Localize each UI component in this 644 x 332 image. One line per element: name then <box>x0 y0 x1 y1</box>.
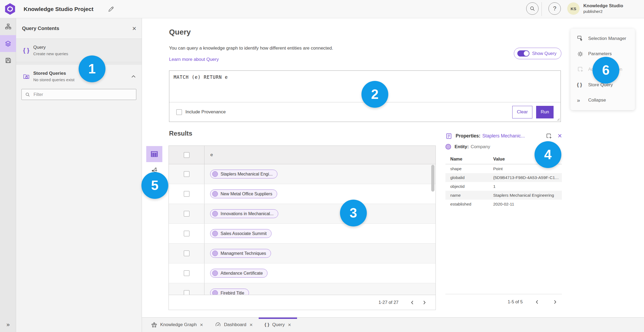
row-checkbox[interactable] <box>184 171 189 177</box>
link-chart-icon <box>5 23 12 30</box>
add-to-selection-icon <box>577 66 585 73</box>
user-avatar[interactable]: KS <box>567 2 580 15</box>
topbar-divider <box>541 2 542 16</box>
contents-rail-button[interactable] <box>0 35 16 52</box>
show-query-toggle[interactable]: Show Query <box>514 48 561 59</box>
annotation-1: 1 <box>79 55 105 82</box>
edit-title-icon[interactable] <box>108 6 114 12</box>
table-row: New Metal Office Suppliers <box>169 184 436 204</box>
panel-close-icon[interactable]: × <box>132 25 136 32</box>
braces-icon: { } <box>577 82 585 88</box>
entity-chip-label: Firebird Title <box>221 291 244 295</box>
close-tab-icon[interactable]: × <box>288 322 291 327</box>
learn-more-link[interactable]: Learn more about Query <box>169 57 219 62</box>
search-icon <box>529 6 535 12</box>
properties-pagination-text: 1-5 of 5 <box>508 299 523 304</box>
entity-type-dot-icon <box>445 144 451 150</box>
table-scrollbar[interactable] <box>431 165 434 192</box>
annotation-3: 3 <box>340 200 367 226</box>
tab-knowledge-graph[interactable]: Knowledge Graph × <box>145 318 209 332</box>
query-item[interactable]: { } Query Create new queries <box>16 39 142 62</box>
entity-chip[interactable]: Firebird Title <box>210 289 249 295</box>
collapse-item[interactable]: » Collapse <box>570 93 635 108</box>
selection-manager-item[interactable]: Selection Manager <box>570 31 635 46</box>
property-value: 1 <box>493 184 496 189</box>
tab-dashboard[interactable]: Dashboard × <box>209 318 259 332</box>
run-button[interactable]: Run <box>536 106 554 118</box>
layers-icon <box>5 40 12 47</box>
search-button[interactable] <box>526 2 539 15</box>
table-icon <box>150 150 158 158</box>
avatar-initials: KS <box>571 6 576 11</box>
entity-chip[interactable]: Sales Associate Summit <box>210 229 272 238</box>
help-button[interactable]: ? <box>548 2 561 15</box>
row-checkbox[interactable] <box>184 251 189 256</box>
row-checkbox[interactable] <box>184 211 189 217</box>
properties-entity-link[interactable]: Staplers Mechanic... <box>482 133 525 139</box>
link-chart-rail-button[interactable] <box>0 18 16 35</box>
property-value: Point <box>493 166 503 171</box>
filter-input[interactable] <box>33 92 133 97</box>
close-tab-icon[interactable]: × <box>200 322 203 327</box>
stored-queries-folder-icon <box>23 73 33 80</box>
add-to-selection-icon[interactable] <box>546 133 552 139</box>
tab-query[interactable]: { } Query × <box>259 318 297 332</box>
table-view-button[interactable] <box>146 146 162 162</box>
table-row: Attendance Certificate <box>169 263 436 283</box>
property-name: established <box>450 202 493 207</box>
collapse-chevrons-icon: » <box>577 97 585 103</box>
results-table: e Staplers Mechanical Engi... New Metal … <box>169 146 436 310</box>
clear-button[interactable]: Clear <box>512 106 532 118</box>
properties-next-page-button[interactable] <box>549 297 561 307</box>
results-prev-page-button[interactable] <box>407 298 418 307</box>
save-icon <box>5 57 12 64</box>
results-next-page-button[interactable] <box>418 298 430 307</box>
entity-chip[interactable]: Innovations in Mechanical... <box>210 209 278 218</box>
entity-chip[interactable]: Staplers Mechanical Engi... <box>210 170 277 178</box>
braces-icon: { } <box>265 322 269 327</box>
tab-label: Query <box>272 322 285 327</box>
entity-chip[interactable]: Managment Techniques <box>210 249 271 258</box>
section-gap <box>16 62 142 65</box>
name-column-header: Name <box>450 156 493 162</box>
property-value: Staplers Mechanical Engineering <box>493 193 554 198</box>
expand-chevrons-icon: » <box>6 321 10 328</box>
table-row: Managment Techniques <box>169 244 436 263</box>
row-checkbox[interactable] <box>184 270 189 276</box>
entity-chip-label: Attendance Certificate <box>221 271 263 276</box>
row-checkbox[interactable] <box>184 231 189 236</box>
query-item-subtitle: Create new queries <box>33 51 68 56</box>
properties-prev-page-button[interactable] <box>531 297 543 307</box>
collapse-group-icon[interactable] <box>131 75 136 78</box>
show-query-label: Show Query <box>532 51 557 56</box>
row-checkbox[interactable] <box>184 290 189 295</box>
entity-chip[interactable]: Attendance Certificate <box>210 269 268 278</box>
resize-handle-icon[interactable] <box>557 118 560 121</box>
entity-type: Company <box>471 144 490 150</box>
annotation-2: 2 <box>361 81 388 108</box>
left-icon-rail: » <box>0 18 16 332</box>
app-logo-icon[interactable] <box>4 3 16 15</box>
properties-close-icon[interactable]: × <box>558 132 562 140</box>
include-provenance-label: Include Provenance <box>185 109 226 115</box>
entity-chip[interactable]: New Metal Office Suppliers <box>210 189 277 198</box>
expand-rail-button[interactable]: » <box>0 321 16 328</box>
filter-search-icon <box>25 92 30 97</box>
close-tab-icon[interactable]: × <box>250 322 253 327</box>
table-row: Innovations in Mechanical... <box>169 204 436 224</box>
user-menu[interactable]: Knowledge Studio publisher2 <box>583 3 623 14</box>
toggle-switch[interactable] <box>517 50 529 57</box>
selection-manager-icon <box>577 35 585 42</box>
property-row: name Staplers Mechanical Engineering <box>445 191 562 200</box>
include-provenance-checkbox[interactable] <box>176 109 182 115</box>
property-row: established 2020-02-11 <box>445 200 562 208</box>
table-row: Firebird Title <box>169 283 436 295</box>
entity-dot-icon <box>212 171 218 177</box>
entity-dot-icon <box>212 231 218 236</box>
row-checkbox[interactable] <box>184 191 189 197</box>
knowledge-graph-icon <box>151 322 157 328</box>
query-description: You can query a knowledge graph to ident… <box>169 46 333 51</box>
query-item-title: Query <box>33 45 68 50</box>
save-rail-button[interactable] <box>0 52 16 69</box>
select-all-checkbox[interactable] <box>184 152 189 158</box>
